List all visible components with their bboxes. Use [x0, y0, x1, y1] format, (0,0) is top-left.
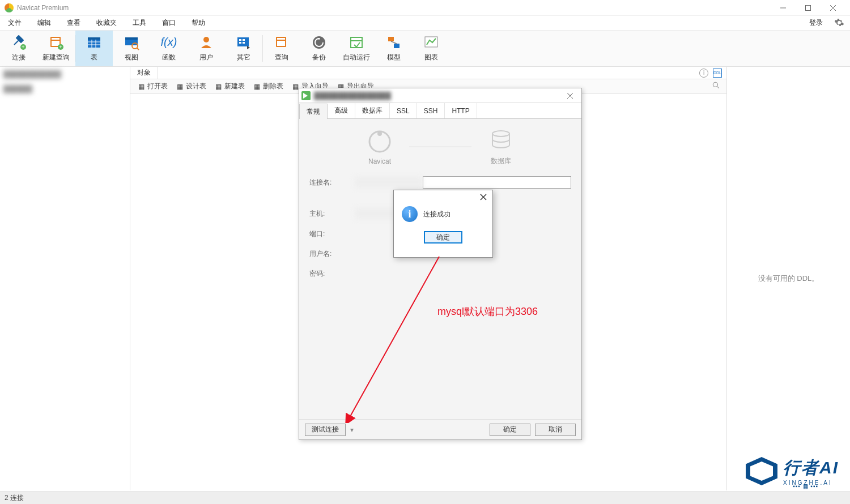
msgbox-success: i 连接成功 确定 — [393, 190, 493, 258]
svg-rect-12 — [88, 37, 100, 40]
minimize-button[interactable] — [771, 0, 796, 16]
dialog-ok-button[interactable]: 确定 — [490, 424, 530, 436]
tt-new[interactable]: ▦新建表 — [211, 82, 248, 91]
blurred-connection-item: ██████ — [0, 82, 130, 96]
info-icon[interactable]: i — [699, 69, 708, 78]
svg-line-36 — [391, 41, 397, 44]
label-pass: 密码: — [309, 269, 355, 279]
other-icon — [236, 35, 252, 50]
label-host: 主机: — [309, 209, 355, 219]
titlebar: Navicat Premium — [0, 0, 850, 16]
main-toolbar: +连接 +新建查询 表 视图 f(x)函数 用户 其它 查询 备份 自动运行 模… — [0, 31, 850, 67]
svg-text:+: + — [22, 44, 24, 50]
dtab-http[interactable]: HTTP — [445, 103, 477, 118]
design-table-icon: ▦ — [176, 83, 184, 91]
model-icon — [386, 35, 402, 50]
label-connection-name: 连接名: — [309, 178, 355, 187]
msgbox-text: 连接成功 — [423, 210, 450, 219]
dtab-advanced[interactable]: 高级 — [328, 103, 355, 118]
dtab-database[interactable]: 数据库 — [355, 103, 390, 118]
app-title: Navicat Premium — [17, 4, 69, 12]
menu-edit[interactable]: 编辑 — [29, 16, 59, 30]
menu-file[interactable]: 文件 — [0, 16, 29, 30]
annotation-text: mysql默认端口为3306 — [437, 305, 538, 318]
app-logo-icon — [5, 3, 14, 12]
dtab-ssh[interactable]: SSH — [417, 103, 445, 118]
watermark-pattern: ▪▪▪ ▦ ▪▪▪ — [793, 483, 818, 489]
maximize-button[interactable] — [796, 0, 821, 16]
tt-delete[interactable]: ▦删除表 — [249, 82, 287, 91]
svg-rect-35 — [394, 44, 400, 48]
svg-rect-18 — [125, 37, 138, 40]
tb-newquery[interactable]: +新建查询 — [37, 31, 75, 66]
navicat-app-icon: Navicat — [367, 129, 392, 165]
tb-table[interactable]: 表 — [75, 31, 113, 66]
delete-table-icon: ▦ — [253, 83, 261, 91]
menu-favorites[interactable]: 收藏夹 — [88, 16, 125, 30]
svg-rect-30 — [277, 41, 285, 46]
svg-rect-25 — [243, 39, 245, 41]
msgbox-close-button[interactable] — [478, 191, 489, 203]
gear-icon[interactable] — [834, 18, 845, 29]
newquery-icon: + — [48, 35, 64, 50]
menu-view[interactable]: 查看 — [59, 16, 88, 30]
import-icon: ▦ — [291, 83, 299, 91]
svg-point-22 — [203, 37, 209, 42]
svg-line-39 — [717, 86, 719, 88]
chart-icon — [423, 35, 439, 50]
connection-tree[interactable]: ████████████ ██████ — [0, 67, 130, 490]
dtab-ssl[interactable]: SSL — [390, 103, 417, 118]
status-text: 2 连接 — [5, 493, 24, 503]
svg-point-44 — [492, 131, 509, 136]
svg-rect-8 — [52, 41, 60, 46]
tb-connect[interactable]: +连接 — [0, 31, 37, 66]
dtab-general[interactable]: 常规 — [299, 104, 328, 119]
watermark: 行者AI XINGZHE.AI — [746, 456, 839, 486]
ddl-panel: 没有可用的 DDL。 — [726, 67, 850, 490]
tb-user[interactable]: 用户 — [188, 31, 225, 66]
tb-other[interactable]: 其它 — [225, 31, 262, 66]
tb-auto[interactable]: 自动运行 — [338, 31, 375, 66]
blurred-dialog-title: ████████████████ — [314, 92, 391, 100]
ddl-icon[interactable]: DDL — [713, 69, 722, 78]
input-connection-name[interactable] — [423, 176, 571, 189]
svg-rect-34 — [388, 37, 394, 41]
watermark-logo-icon — [746, 457, 777, 485]
svg-rect-27 — [243, 42, 245, 44]
label-port: 端口: — [309, 229, 355, 239]
dialog-cancel-button[interactable]: 取消 — [535, 424, 576, 436]
svg-point-38 — [713, 82, 717, 87]
close-button[interactable] — [821, 0, 845, 16]
test-connection-button[interactable]: 测试连接 — [305, 424, 346, 436]
svg-rect-24 — [239, 39, 241, 41]
statusbar: 2 连接 — [0, 492, 850, 504]
user-icon — [198, 35, 214, 50]
fx-icon: f(x) — [161, 35, 177, 50]
tb-chart[interactable]: 图表 — [413, 31, 450, 66]
menubar: 文件 编辑 查看 收藏夹 工具 窗口 帮助 登录 — [0, 16, 850, 31]
tb-query[interactable]: 查询 — [263, 31, 300, 66]
menu-help[interactable]: 帮助 — [184, 16, 213, 30]
svg-rect-26 — [239, 42, 241, 44]
svg-text:f(x): f(x) — [161, 36, 177, 48]
backup-icon — [311, 35, 327, 50]
dialog-close-button[interactable] — [561, 90, 579, 101]
tb-function[interactable]: f(x)函数 — [150, 31, 188, 66]
menu-window[interactable]: 窗口 — [154, 16, 184, 30]
tb-backup[interactable]: 备份 — [300, 31, 338, 66]
tb-model[interactable]: 模型 — [375, 31, 413, 66]
search-icon[interactable] — [712, 81, 723, 92]
new-table-icon: ▦ — [214, 83, 222, 91]
tb-view[interactable]: 视图 — [113, 31, 150, 66]
login-link[interactable]: 登录 — [801, 18, 831, 28]
query-icon — [274, 35, 290, 50]
tt-design[interactable]: ▦设计表 — [172, 82, 210, 91]
info-icon: i — [402, 206, 418, 222]
dialog-tabs: 常规 高级 数据库 SSL SSH HTTP — [299, 103, 581, 119]
dialog-titlebar: ████████████████ — [299, 88, 581, 103]
msgbox-ok-button[interactable]: 确定 — [424, 231, 462, 244]
object-tab[interactable]: 对象 — [130, 67, 158, 79]
svg-rect-29 — [277, 38, 285, 40]
tt-open[interactable]: ▦打开表 — [134, 82, 171, 91]
menu-tools[interactable]: 工具 — [125, 16, 154, 30]
